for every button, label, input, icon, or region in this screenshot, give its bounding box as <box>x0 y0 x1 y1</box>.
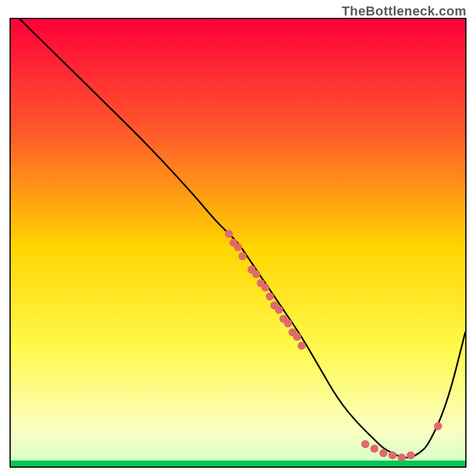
data-marker <box>239 252 247 261</box>
plot-area <box>10 18 466 468</box>
data-marker <box>298 342 306 350</box>
data-marker <box>370 444 378 453</box>
data-marker <box>406 451 415 459</box>
chart-wrapper: TheBottleneck.com <box>0 0 476 476</box>
bottleneck-curve <box>20 19 465 458</box>
data-marker <box>293 333 301 341</box>
data-marker <box>225 230 233 238</box>
data-marker <box>361 440 369 449</box>
data-marker <box>234 243 242 252</box>
data-marker <box>284 320 292 328</box>
data-marker <box>389 451 397 459</box>
attribution-label: TheBottleneck.com <box>342 4 466 19</box>
data-marker <box>266 292 274 300</box>
data-marker <box>380 449 388 458</box>
curve-layer <box>11 19 465 466</box>
green-baseline <box>11 461 465 466</box>
data-marker <box>275 306 283 314</box>
data-marker <box>434 422 442 431</box>
data-marker <box>252 270 261 278</box>
data-marker <box>261 283 270 292</box>
marker-group <box>225 230 442 462</box>
